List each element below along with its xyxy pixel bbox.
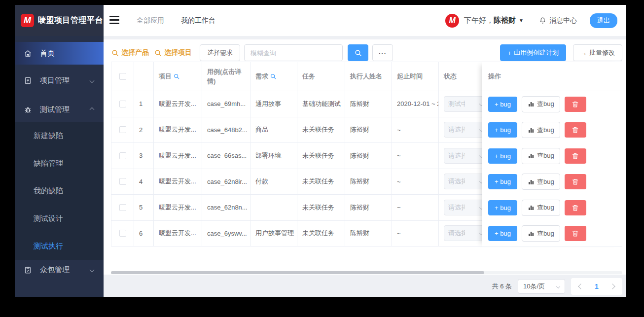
scrollbar-thumb[interactable] (111, 271, 484, 274)
sidebar-item-my-defects[interactable]: 我的缺陷 (15, 177, 104, 205)
cell-usecase[interactable]: case_66sas... (202, 143, 250, 169)
horizontal-scrollbar[interactable] (111, 271, 622, 274)
sidebar-item-test-design[interactable]: 测试设计 (15, 205, 104, 232)
add-bug-button[interactable]: + bug (488, 226, 517, 241)
avatar[interactable]: M (445, 14, 459, 28)
view-bug-button[interactable]: 查bug (522, 174, 560, 190)
status-select[interactable]: 请选择 (444, 174, 487, 189)
select-product-link[interactable]: 选择产品 (111, 48, 149, 57)
cell-time: 2020-12-01 ~ 20 (392, 91, 439, 117)
sidebar-item-new-defect[interactable]: 新建缺陷 (15, 122, 104, 149)
row-checkbox[interactable] (119, 101, 126, 107)
home-icon (24, 49, 32, 58)
cell-time: ~ (392, 117, 439, 143)
delete-button[interactable] (565, 226, 586, 241)
column-task: 任务 (297, 62, 345, 91)
cell-usecase[interactable]: case_648b2... (202, 117, 250, 143)
view-bug-button[interactable]: 查bug (522, 148, 560, 164)
sidebar-item-test-execution[interactable]: 测试执行 (15, 232, 104, 260)
column-usecase: 用例(点击详情) (202, 62, 250, 91)
page-number[interactable]: 1 (595, 282, 599, 290)
top-nav: 全部应用 我的工作台 (137, 5, 215, 36)
delete-button[interactable] (565, 200, 586, 215)
cell-project: 唛盟云开发... (154, 195, 202, 220)
view-bug-button[interactable]: 查bug (522, 96, 560, 112)
trash-icon (572, 230, 579, 237)
page-size-select[interactable]: 10条/页 (518, 279, 565, 294)
nav-my-workbench[interactable]: 我的工作台 (181, 16, 215, 25)
view-bug-button[interactable]: 查bug (522, 225, 560, 242)
plus-icon: + (495, 126, 500, 134)
view-bug-button[interactable]: 查bug (522, 122, 560, 138)
select-all-checkbox[interactable] (119, 73, 126, 80)
cell-project: 唛盟云开发... (154, 221, 202, 247)
view-bug-button[interactable]: 查bug (522, 200, 560, 216)
status-select[interactable]: 请选择 (444, 122, 487, 138)
cell-demand: 付款 (250, 169, 297, 195)
status-select[interactable]: 请选择 (444, 225, 487, 241)
test-execution-table: 项目 用例(点击详情) 需求 任务 执行人姓名 起止时间 状态 1 唛盟云开发.… (111, 62, 503, 247)
table-header-row: 项目 用例(点击详情) 需求 任务 执行人姓名 起止时间 状态 (111, 62, 503, 91)
username: 陈裕财 (494, 16, 516, 24)
search-icon[interactable] (270, 73, 277, 80)
cell-executor: 陈裕财 (345, 169, 392, 195)
status-select[interactable]: 请选择 (444, 200, 487, 215)
more-filters-button[interactable]: ··· (372, 44, 393, 61)
prev-page-icon[interactable] (578, 283, 583, 289)
batch-edit-button[interactable]: → 批量修改 (573, 44, 622, 61)
delete-button[interactable] (565, 148, 586, 164)
cell-usecase[interactable]: case_6yswv... (202, 221, 250, 247)
cell-usecase[interactable]: case_69mh... (202, 91, 250, 117)
search-button[interactable] (348, 44, 368, 61)
total-count: 共 6 条 (492, 282, 512, 291)
next-page-icon[interactable] (609, 283, 615, 289)
trash-icon (572, 178, 579, 185)
chevron-down-icon (90, 78, 95, 83)
logout-button[interactable]: 退出 (590, 13, 617, 28)
sidebar-item-test-mgmt[interactable]: 测试管理 (15, 98, 104, 121)
nav-all-apps[interactable]: 全部应用 (137, 16, 164, 25)
cell-usecase[interactable]: case_62n8ir... (202, 169, 250, 195)
cell-demand: 商品 (250, 117, 297, 143)
add-bug-button[interactable]: + bug (488, 122, 517, 138)
add-bug-button[interactable]: + bug (488, 148, 517, 164)
column-index (134, 62, 154, 91)
add-bug-button[interactable]: + bug (488, 200, 517, 215)
status-select[interactable]: 请选择 (444, 148, 487, 164)
delete-button[interactable] (565, 122, 586, 138)
row-checkbox[interactable] (119, 204, 126, 211)
fuzzy-search-input[interactable] (244, 44, 343, 61)
sidebar-item-partial[interactable]: 持续集成 (15, 293, 104, 297)
sidebar-item-home[interactable]: 首页 (15, 42, 104, 65)
row-checkbox[interactable] (119, 178, 126, 185)
cell-task: 基础功能测试 (297, 91, 345, 117)
plus-icon: + (495, 152, 500, 160)
content-card: 选择产品 选择项目 选择需求 ··· + 由用例创建计划 → 批量修改 (104, 39, 626, 275)
sidebar-item-defect-mgmt[interactable]: 缺陷管理 (15, 149, 104, 177)
user-dropdown-icon[interactable]: ▼ (519, 18, 524, 23)
message-center[interactable]: 消息中心 (538, 16, 577, 25)
cell-task: 未关联任务 (297, 117, 345, 143)
sidebar-item-project-mgmt[interactable]: 项目管理 (15, 69, 104, 92)
row-checkbox[interactable] (119, 126, 126, 133)
row-actions: + bug 查bug (482, 143, 622, 169)
pagination: 共 6 条 10条/页 1 (492, 279, 622, 294)
status-select[interactable]: 测试中 (444, 96, 487, 112)
menu-collapse-icon[interactable] (109, 16, 119, 25)
row-checkbox[interactable] (119, 230, 126, 237)
add-bug-button[interactable]: + bug (488, 97, 517, 112)
sidebar-item-crowdsource-mgmt[interactable]: 众包管理 (15, 258, 104, 281)
delete-button[interactable] (565, 174, 586, 189)
add-bug-button[interactable]: + bug (488, 174, 517, 189)
cell-time: ~ (392, 195, 439, 220)
bell-icon (538, 16, 547, 25)
sidebar-item-label: 测试管理 (40, 105, 70, 114)
cell-usecase[interactable]: case_62n8n... (202, 195, 250, 220)
select-project-link[interactable]: 选择项目 (154, 48, 192, 57)
create-plan-button[interactable]: + 由用例创建计划 (500, 44, 566, 61)
row-checkbox[interactable] (119, 152, 126, 159)
delete-button[interactable] (565, 97, 586, 112)
search-icon[interactable] (173, 73, 180, 80)
select-demand-button[interactable]: 选择需求 (200, 44, 240, 61)
cell-time: ~ (392, 143, 439, 169)
